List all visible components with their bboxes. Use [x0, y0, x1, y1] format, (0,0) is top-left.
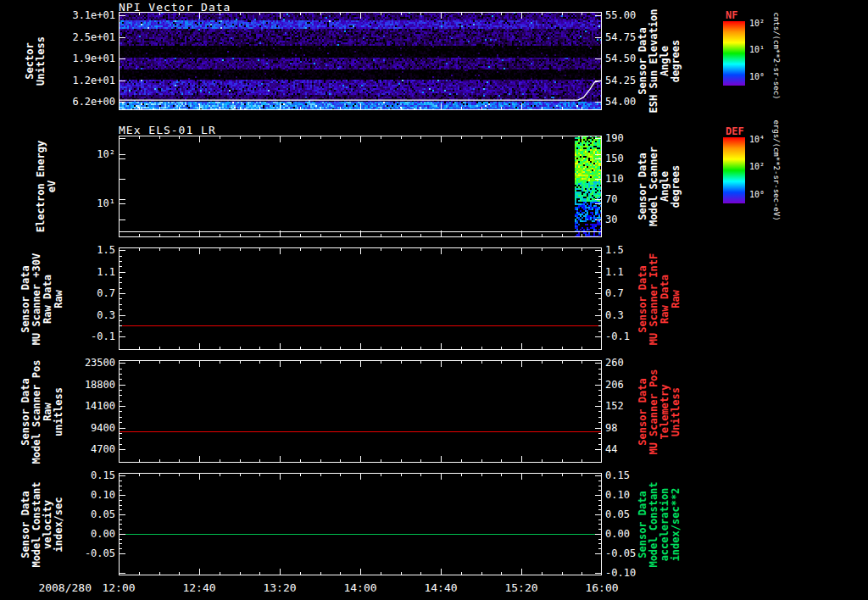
x-tick-label: 15:20	[494, 581, 548, 594]
def-colorbar-unit: ergs/(cm**2-sr-sec-eV)	[772, 119, 781, 220]
model-constant-velocity-line-right-label-line: index/sec**2	[670, 481, 682, 567]
y-tick-label: 14100	[85, 400, 115, 412]
right-y-tick-label: 98	[605, 422, 617, 434]
colorbar-tick-label: 10¹	[749, 45, 765, 54]
right-y-tick-label: 260	[605, 357, 624, 369]
right-y-tick-label: 0.10	[605, 489, 630, 501]
right-y-tick-label: 55.00	[605, 9, 636, 21]
y-tick-label: 18800	[85, 379, 115, 391]
nf-colorbar	[723, 21, 745, 86]
y-tick-label: 1.1	[97, 266, 115, 278]
npi-vector-spectrogram-ylabel-line: Unitless	[36, 36, 47, 86]
def-colorbar	[723, 137, 745, 203]
y-tick-label: 1.9e+01	[72, 53, 115, 64]
y-tick-label: 3.1e+01	[72, 9, 115, 21]
els-spectrogram-ylabel: Electron EnergyeV	[36, 141, 58, 232]
npi-vector-spectrogram-right-label-line: degrees	[670, 9, 682, 114]
colorbar-tick-label: 10²	[749, 162, 765, 171]
model-scanner-pos-line-ylabel-line: unitless	[53, 359, 64, 464]
npi-vector-spectrogram-right-label: Sensor DataESH Sun ElevationAngledegrees	[637, 9, 682, 114]
model-scanner-pos-line-ylabel: Sensor DataModel Scanner PosRawunitless	[20, 359, 64, 464]
right-y-tick-label: 190	[605, 132, 624, 144]
colorbar-tick-label: 10⁴	[749, 135, 765, 144]
nf-colorbar-name: NF	[726, 9, 737, 21]
right-y-tick-label: 54.25	[605, 75, 636, 86]
tplot-summary-screen: NPI Vector Data MEx ELS-01 LR 2008/280 3…	[0, 0, 868, 600]
right-y-tick-label: 0.15	[605, 469, 630, 481]
els-spectrogram-right-label: Sensor DataModel ScannerAngledegrees	[637, 147, 682, 226]
x-tick-label: 13:20	[253, 581, 307, 594]
colorbar-tick-label: 10²	[749, 19, 765, 28]
right-y-tick-label: 0.3	[605, 309, 624, 321]
y-tick-label: 23500	[85, 357, 115, 369]
mu-scanner-raw-line-ylabel-line: Raw	[53, 253, 64, 344]
right-y-tick-label: 30	[605, 214, 617, 225]
y-tick-label: 0.7	[97, 287, 115, 299]
colorbar-tick-label: 10⁰	[749, 190, 765, 199]
model-constant-velocity-line	[119, 473, 602, 575]
right-y-tick-label: 150	[605, 153, 624, 164]
colorbar-tick-label: 10⁰	[749, 72, 765, 81]
model-scanner-pos-line	[119, 360, 602, 463]
y-tick-label: 1.5	[97, 244, 115, 256]
right-y-tick-label: 70	[605, 193, 617, 205]
right-y-tick-label: 54.00	[605, 96, 636, 108]
model-constant-velocity-line-right-label: Sensor DataModel Constantaccelerationind…	[637, 481, 682, 567]
right-y-tick-label: 0.00	[605, 528, 630, 540]
right-y-tick-label: 0.05	[605, 508, 630, 520]
y-tick-label: 1.2e+01	[72, 75, 115, 86]
mu-scanner-raw-line-right-label: Sensor DataMU Scanner IntFRaw DataRaw	[637, 253, 682, 344]
npi-vector-spectrogram-ylabel: SectorUnitless	[25, 36, 47, 86]
right-y-tick-label: 0.7	[605, 287, 624, 299]
date-label: 2008/280	[14, 581, 92, 594]
mu-scanner-raw-line-right-label-line: Raw	[670, 253, 682, 344]
els-spectrogram-ylabel-line: eV	[47, 141, 58, 232]
x-tick-label: 14:00	[333, 581, 387, 594]
model-scanner-pos-line-right-label-line: Unitless	[670, 369, 682, 454]
els-spectrogram	[119, 136, 602, 237]
y-tick-label: -0.1	[91, 331, 115, 342]
right-y-tick-label: 44	[605, 443, 617, 455]
right-y-tick-label: 110	[605, 173, 624, 185]
els-spectrogram-right-label-line: degrees	[670, 147, 682, 226]
y-tick-label: 0.10	[91, 489, 115, 501]
nf-colorbar-unit: cnts/(cm**2-sr-sec)	[772, 13, 781, 100]
npi-vector-spectrogram	[119, 12, 602, 110]
y-tick-label: 9400	[91, 422, 115, 434]
y-tick-label: 10¹	[97, 197, 115, 209]
model-constant-velocity-line-ylabel-line: index/sec	[53, 481, 64, 567]
model-scanner-pos-line-right-label: Sensor DataMU Scanner PosTelemetryUnitle…	[637, 369, 682, 454]
right-y-tick-label: 1.5	[605, 244, 624, 256]
mu-scanner-raw-line-ylabel: Sensor DataMU Scanner +30VRaw DataRaw	[20, 253, 64, 344]
y-tick-label: -0.05	[85, 547, 115, 559]
y-tick-label: 2.5e+01	[72, 31, 115, 43]
right-y-tick-label: -0.05	[605, 547, 636, 559]
right-y-tick-label: 206	[605, 379, 624, 391]
x-tick-label: 12:00	[92, 581, 146, 594]
right-y-tick-label: 1.1	[605, 266, 624, 278]
x-tick-label: 14:40	[414, 581, 468, 594]
y-tick-label: 0.00	[91, 528, 115, 540]
y-tick-label: 4700	[91, 443, 115, 455]
y-tick-label: 0.15	[91, 469, 115, 481]
y-tick-label: 0.3	[97, 309, 115, 321]
right-y-tick-label: 54.75	[605, 31, 636, 43]
y-tick-label: 0.05	[91, 508, 115, 520]
panel-title-els: MEx ELS-01 LR	[119, 124, 216, 136]
model-constant-velocity-line-ylabel: Sensor DataModel Constantvelocityindex/s…	[20, 481, 64, 567]
y-tick-label: 6.2e+00	[72, 96, 115, 108]
x-tick-label: 12:40	[172, 581, 226, 594]
x-tick-label: 16:00	[575, 581, 629, 594]
right-y-tick-label: -0.10	[605, 567, 636, 579]
right-y-tick-label: -0.1	[605, 331, 630, 342]
mu-scanner-raw-line	[119, 247, 602, 350]
right-y-tick-label: 54.50	[605, 53, 636, 64]
right-y-tick-label: 152	[605, 400, 624, 412]
y-tick-label: 10²	[97, 148, 115, 160]
def-colorbar-name: DEF	[726, 125, 744, 137]
